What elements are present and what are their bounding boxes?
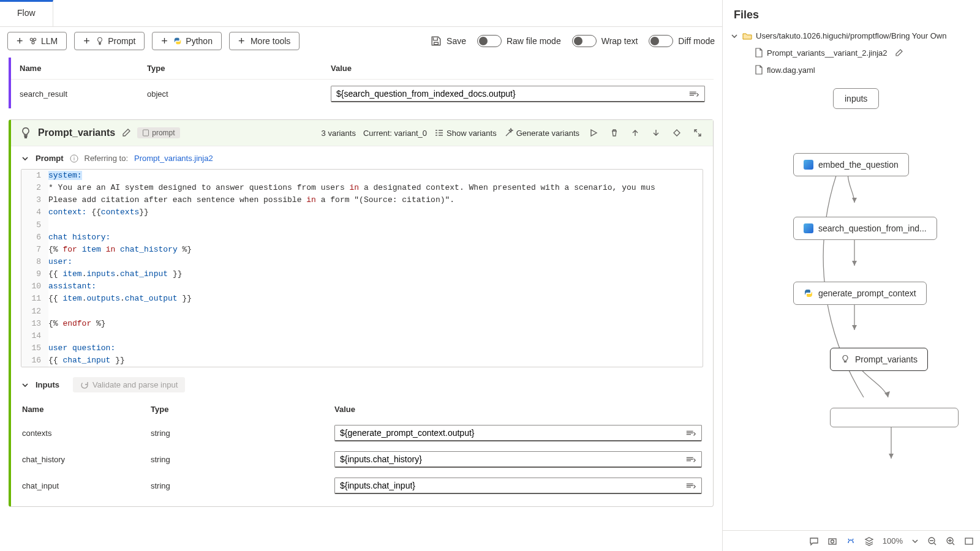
arrow-up-icon [631,129,639,137]
value-field[interactable] [336,89,684,99]
info-icon[interactable]: i [70,154,78,163]
folder-row[interactable]: Users/takuto.1026.higuchi/promptflow/Bri… [728,28,975,44]
input-name: contexts [21,420,149,446]
copilot-icon[interactable] [846,536,856,546]
link-icon[interactable] [685,481,696,490]
graph-node-prompt-variants[interactable]: Prompt_variants [830,348,928,371]
link-icon[interactable] [685,455,696,463]
value-input[interactable] [334,425,702,441]
save-icon [431,36,442,47]
col-value: Value [322,58,714,80]
value-field[interactable] [340,481,680,490]
col-value: Value [333,399,703,420]
snapshot-icon[interactable] [827,536,837,546]
link-icon[interactable] [685,429,696,437]
tab-flow[interactable]: Flow [0,0,53,26]
graph-node-next[interactable] [830,408,959,427]
fit-icon[interactable] [964,536,974,546]
node-header: Prompt_variants prompt 3 variants Curren… [11,120,713,146]
zoom-out-icon[interactable] [927,536,937,546]
expand-icon [693,129,702,137]
diff-mode-toggle[interactable]: Diff mode [649,35,715,47]
chevron-down-icon[interactable] [911,538,919,545]
graph-node-embed[interactable]: embed_the_question [793,153,909,176]
link-icon[interactable] [688,89,699,98]
wand-icon [504,128,514,138]
add-python-button[interactable]: + Python [152,32,222,50]
validate-parse-button[interactable]: Validate and parse input [73,377,185,392]
chevron-down-icon [21,381,29,389]
prompt-label: Prompt [36,154,64,163]
lightbulb-icon [96,37,104,45]
value-input[interactable] [331,86,705,102]
svg-rect-13 [829,539,836,544]
doc-icon [142,129,149,137]
delete-button[interactable] [608,126,621,140]
add-python-label: Python [186,36,213,46]
value-field[interactable] [340,454,680,464]
current-variant: Current: variant_0 [363,129,427,138]
move-down-button[interactable] [649,126,663,140]
plus-icon: + [161,37,170,45]
table-row: search_result object [10,80,714,109]
file-icon [755,48,763,58]
add-llm-button[interactable]: + LLM [7,32,67,50]
azure-icon [804,160,813,170]
add-llm-label: LLM [41,36,58,46]
graph-node-search[interactable]: search_question_from_ind... [793,217,937,240]
edit-icon[interactable] [121,128,131,138]
svg-point-14 [831,540,834,543]
input-type: object [138,80,322,109]
azure-icon [804,223,813,233]
col-type: Type [138,58,322,80]
code-editor[interactable]: 1system:2* You are an AI system designed… [21,169,703,367]
file-name: flow.dag.yaml [767,66,815,75]
bottom-bar: 100% [723,530,980,551]
toolbar: + LLM + Prompt + Python + More tools [0,27,722,55]
prompt-section-header[interactable]: Prompt i Referring to: Prompt_variants.j… [21,154,703,163]
input-name: chat_history [21,446,149,473]
zoom-in-icon[interactable] [946,536,956,546]
chevron-down-icon [21,154,29,163]
save-label: Save [447,36,466,46]
value-field[interactable] [340,428,680,438]
comment-icon[interactable] [809,536,819,546]
node-type-badge: prompt [137,127,179,138]
flow-graph[interactable]: inputs embed_the_question search_questio… [723,81,980,530]
raw-mode-toggle[interactable]: Raw file mode [477,35,561,47]
svg-line-3 [32,40,32,42]
toggle-icon [572,35,597,47]
value-input[interactable] [334,451,702,468]
variant-count: 3 variants [322,129,356,138]
svg-rect-17 [965,538,973,544]
file-row[interactable]: flow.dag.yaml [728,61,975,78]
folder-path: Users/takuto.1026.higuchi/promptflow/Bri… [756,31,946,40]
col-name: Name [21,399,149,420]
graph-node-genctx[interactable]: generate_prompt_context [793,282,927,305]
input-type: string [149,473,333,499]
table-row: contextsstring [21,420,703,446]
save-button[interactable]: Save [431,36,466,47]
add-prompt-button[interactable]: + Prompt [74,32,145,50]
show-variants-button[interactable]: Show variants [434,129,497,138]
diff-mode-label: Diff mode [678,36,715,46]
edit-file-icon[interactable] [895,48,903,57]
value-input[interactable] [334,478,702,494]
generate-variants-button[interactable]: Generate variants [504,128,579,138]
activate-button[interactable] [670,126,684,140]
referring-label: Referring to: [85,154,129,163]
file-icon [755,65,763,75]
more-tools-button[interactable]: + More tools [229,32,300,50]
table-row: chat_historystring [21,446,703,473]
layers-icon[interactable] [864,536,874,546]
expand-button[interactable] [691,126,704,140]
graph-node-inputs[interactable]: inputs [833,88,879,109]
move-up-button[interactable] [628,126,642,140]
referring-file-link[interactable]: Prompt_variants.jinja2 [134,154,213,163]
svg-point-1 [34,38,36,40]
inputs-section-header[interactable]: Inputs Validate and parse input [21,377,703,392]
plus-icon: + [17,37,25,45]
wrap-text-toggle[interactable]: Wrap text [572,35,638,47]
file-row[interactable]: Prompt_variants__variant_2.jinja2 [728,44,975,61]
run-button[interactable] [587,126,600,140]
